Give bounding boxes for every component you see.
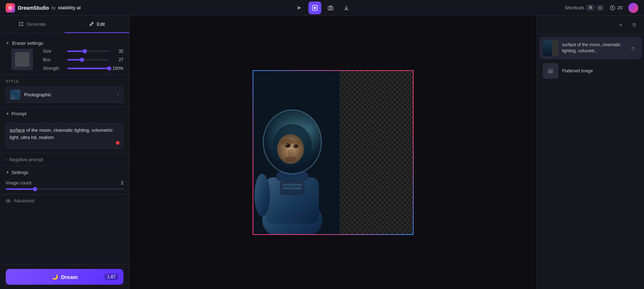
- style-value: Photographic: [24, 92, 52, 97]
- tab-generate[interactable]: Generate: [0, 16, 65, 33]
- image-count-label: Image count: [6, 180, 31, 186]
- app-brand: DreamStudio by stability ai: [18, 5, 80, 11]
- eraser-settings-header[interactable]: ▼ Eraser settings: [0, 38, 129, 49]
- download-button[interactable]: [340, 1, 353, 14]
- prompt-text-rest: of the moon, cinematic lighting, volumet…: [10, 127, 113, 140]
- avatar[interactable]: [628, 3, 638, 13]
- company-name: stability ai: [58, 5, 81, 10]
- advanced-label: Advanced: [14, 198, 34, 203]
- add-layer-button[interactable]: +: [615, 20, 626, 30]
- prompt-chevron-icon: ▼: [6, 112, 9, 116]
- trash-icon: [632, 23, 637, 28]
- size-slider-row: Size 32: [43, 49, 123, 54]
- size-value: 32: [112, 49, 123, 54]
- negative-prompt-section: › Negative prompt: [0, 153, 129, 166]
- canvas-area[interactable]: [130, 16, 537, 289]
- settings-header[interactable]: ▼ Settings: [0, 166, 129, 179]
- layers-panel: surface of the moon, cinematic lighting,…: [537, 34, 644, 289]
- eye-icon: [6, 198, 11, 203]
- tab-edit[interactable]: Edit: [65, 16, 130, 33]
- right-panel: + surface of the moon, cinematic lightin…: [537, 16, 644, 289]
- dream-button[interactable]: 🌙 Dream 1.67: [6, 269, 123, 285]
- credits-icon: [610, 5, 615, 11]
- eraser-preview-inner: [15, 52, 29, 67]
- blur-label: Blur: [43, 57, 64, 62]
- select-tool-button[interactable]: ➤: [293, 1, 306, 14]
- strength-label: Strength: [43, 66, 64, 71]
- advanced-header[interactable]: Advanced: [0, 194, 129, 207]
- camera-tool-button[interactable]: [324, 1, 337, 14]
- image-count-value: 2: [121, 180, 123, 186]
- svg-point-1: [10, 7, 11, 9]
- dream-cost: 1.67: [104, 274, 118, 280]
- svg-point-27: [294, 145, 295, 146]
- shortcut-key-cmd: ⌘: [586, 5, 595, 11]
- svg-point-24: [285, 143, 291, 148]
- dream-label: Dream: [61, 274, 78, 280]
- layer-upload-action[interactable]: [628, 43, 638, 53]
- strength-slider[interactable]: [67, 68, 109, 69]
- svg-rect-8: [21, 22, 23, 24]
- delete-layer-button[interactable]: [629, 20, 640, 30]
- svg-point-12: [8, 200, 9, 202]
- image-count-row: Image count 2: [6, 180, 123, 186]
- settings-label: Settings: [11, 170, 28, 175]
- svg-rect-9: [19, 24, 21, 26]
- generate-icon: [19, 21, 24, 27]
- upload-icon: [631, 45, 636, 50]
- style-selector-left: Photographic: [10, 90, 52, 100]
- prompt-text-container[interactable]: surface of the moon, cinematic lighting,…: [6, 123, 123, 149]
- svg-rect-33: [282, 187, 302, 189]
- image-container: [253, 70, 414, 235]
- svg-point-23: [293, 140, 303, 145]
- edit-icon: [89, 21, 94, 27]
- topbar-left: DreamStudio by stability ai: [6, 3, 80, 13]
- size-slider[interactable]: [67, 50, 109, 52]
- image-count-slider[interactable]: [6, 188, 123, 190]
- prompt-recording-dot: [116, 141, 119, 145]
- advanced-section: Advanced: [0, 194, 129, 207]
- tab-generate-label: Generate: [26, 21, 46, 27]
- blur-slider[interactable]: [67, 59, 109, 61]
- style-section: Style Photographic ›: [0, 74, 129, 107]
- style-thumbnail: [10, 90, 20, 100]
- eraser-settings-label: Eraser settings: [12, 40, 43, 46]
- layer-item-main[interactable]: surface of the moon, cinematic lighting,…: [540, 37, 641, 59]
- strength-value: 100%: [112, 66, 123, 71]
- negative-prompt-header[interactable]: › Negative prompt: [0, 153, 129, 166]
- blur-slider-row: Blur 27: [43, 57, 123, 62]
- svg-point-26: [286, 144, 287, 145]
- prompt-body: surface of the moon, cinematic lighting,…: [0, 120, 129, 153]
- style-chevron-icon: ›: [117, 92, 119, 97]
- astronaut-image: [253, 71, 340, 234]
- image-count-slider-thumb[interactable]: [33, 187, 37, 191]
- eraser-chevron-icon: ▼: [6, 41, 9, 45]
- sliders-section: Size 32 Blur 27: [43, 49, 123, 74]
- topbar: DreamStudio by stability ai ➤: [0, 0, 644, 16]
- shortcuts-button[interactable]: Shortcuts ⌘ K: [565, 5, 604, 11]
- style-section-label: Style: [6, 79, 123, 83]
- blur-slider-thumb[interactable]: [80, 58, 84, 62]
- svg-rect-37: [548, 70, 553, 73]
- svg-point-28: [288, 149, 293, 156]
- svg-point-34: [254, 174, 270, 216]
- eraser-controls: Size 32 Blur 27: [0, 49, 129, 74]
- topbar-tools: ➤: [293, 1, 353, 14]
- layer-thumbnail-main: [543, 40, 558, 56]
- style-selector[interactable]: Photographic ›: [6, 86, 123, 103]
- logo-icon: [6, 3, 15, 13]
- right-panel-header: +: [537, 16, 644, 34]
- prompt-label: Prompt: [11, 111, 26, 116]
- paint-tool-button[interactable]: [308, 1, 321, 14]
- negative-prompt-label: Negative prompt: [9, 157, 43, 162]
- layer-item-flattened[interactable]: Flattened image: [540, 60, 641, 82]
- prompt-underlined-word: surface: [10, 127, 25, 133]
- svg-point-25: [293, 144, 298, 148]
- size-slider-thumb[interactable]: [83, 49, 87, 53]
- strength-slider-thumb[interactable]: [107, 66, 111, 71]
- neg-prompt-chevron-icon: ›: [6, 158, 7, 162]
- topbar-right: Shortcuts ⌘ K 20: [565, 3, 638, 13]
- prompt-header[interactable]: ▼ Prompt: [0, 107, 129, 120]
- user-credits: 20: [610, 5, 623, 11]
- prompt-section: ▼ Prompt surface of the moon, cinematic …: [0, 107, 129, 153]
